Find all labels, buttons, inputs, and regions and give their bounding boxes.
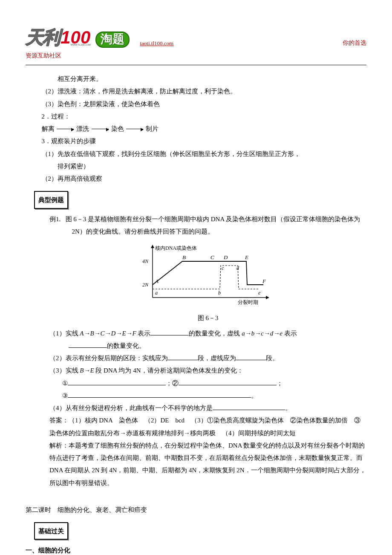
ytick-2n: 2N bbox=[142, 282, 149, 288]
example-number: 例1. bbox=[49, 216, 61, 223]
section-tag-basics: 基础过关 bbox=[34, 522, 68, 540]
text-line: 2．过程： bbox=[26, 110, 366, 123]
arrow-icon bbox=[57, 129, 74, 129]
chart-ylabel: 核内DNA或染色体 bbox=[155, 245, 197, 251]
q-italic: A→B→C→D→E→F bbox=[80, 330, 136, 337]
q-text: 段 DNA 均为 4N，请分析这期间染色体发生的变化： bbox=[94, 367, 243, 374]
q-text: （1）实线 bbox=[49, 330, 80, 337]
svg-marker-3 bbox=[266, 296, 269, 299]
text-line: （3）染色剂：龙胆紫染液，使染色体着色 bbox=[26, 98, 366, 110]
question-1: （1）实线 A→B→C→D→E→F 表示的数量变化，虚线 a→b→c→d→e 表… bbox=[49, 327, 366, 340]
pt-F: F bbox=[262, 278, 266, 284]
example-text: 图 6－3 是某植物细胞有丝分裂一个细胞周期中核内 DNA 及染色体相对数目（假… bbox=[66, 216, 360, 235]
text-line: （2）再用高倍镜观察 bbox=[26, 173, 366, 185]
fill-blank[interactable] bbox=[179, 379, 277, 385]
fill-blank[interactable] bbox=[68, 391, 251, 398]
process-step: 解离 bbox=[42, 125, 55, 132]
process-step: 染色 bbox=[111, 125, 124, 132]
pt-E: E bbox=[245, 254, 248, 260]
question-3-sub: ①；②； bbox=[49, 377, 366, 390]
q-text: （2）表示有丝分裂后期的区段：实线应为 bbox=[49, 355, 168, 361]
header-subtitle: 资源互助社区 bbox=[26, 52, 366, 60]
chart-caption: 图 6－3 bbox=[49, 312, 366, 324]
q-italic: B→E bbox=[80, 367, 94, 374]
fill-blank[interactable] bbox=[168, 353, 198, 360]
svg-marker-1 bbox=[151, 245, 154, 248]
logo: 天利 1 00 WWW.TL100.COM bbox=[26, 26, 90, 49]
q-text: （3）实线 bbox=[49, 367, 80, 374]
question-3-sub2: ③。 bbox=[49, 390, 366, 402]
question-3: （3）实线 B→E 段 DNA 均为 4N，请分析这期间染色体发生的变化： bbox=[49, 364, 366, 377]
section-tag-example: 典型例题 bbox=[34, 191, 68, 208]
header-url[interactable]: taoti.tl100.com bbox=[140, 40, 173, 47]
q-italic: a→b→c→d→e bbox=[242, 330, 282, 337]
text-line: （2）漂洗液：清水，作用是洗去解离液，防止解离过度，利于染色。 bbox=[26, 85, 366, 98]
answer-block: 答案：（1）核内 DNA 染色体 （2）DE bcd （3）①染色质高度螺旋为染… bbox=[49, 414, 366, 439]
page-header: 天利 1 00 WWW.TL100.COM 淘题 taoti.tl100.com… bbox=[26, 26, 366, 49]
arrow-icon bbox=[126, 129, 143, 129]
fill-blank[interactable] bbox=[68, 379, 166, 385]
pt-A: A bbox=[155, 278, 159, 284]
example-stem: 例1. 图 6－3 是某植物细胞有丝分裂一个细胞周期中核内 DNA 及染色体相对… bbox=[49, 213, 366, 238]
q-text: 段。 bbox=[266, 355, 279, 361]
process-step: 制片 bbox=[146, 125, 159, 132]
question-1b: 的数量变化。 bbox=[49, 340, 366, 352]
fill-blank[interactable] bbox=[69, 341, 107, 348]
document-body: 相互分离开来。 （2）漂洗液：清水，作用是洗去解离液，防止解离过度，利于染色。 … bbox=[26, 73, 366, 555]
fill-blank[interactable] bbox=[236, 353, 266, 360]
taoti-badge: 淘题 bbox=[95, 32, 130, 48]
pt-c: c bbox=[222, 265, 224, 271]
question-2: （2）表示有丝分裂后期的区段：实线应为段，虚线应为段。 bbox=[49, 352, 366, 364]
q-text: ③ bbox=[62, 392, 68, 399]
text-line: 排列紧密） bbox=[26, 160, 366, 173]
pt-D: D bbox=[223, 254, 228, 260]
logo-digit-1: 1 bbox=[61, 27, 70, 48]
chart-xlabel: 分裂时期 bbox=[238, 299, 258, 305]
text-line: 相互分离开来。 bbox=[26, 73, 366, 85]
q-text: ；② bbox=[166, 380, 179, 387]
arrow-icon bbox=[92, 129, 109, 129]
q-text: 。 bbox=[251, 392, 257, 399]
chart-svg: 2N 4N 核内DNA或染色体 分裂时期 A B C D E F bbox=[140, 242, 276, 306]
q-text: 。 bbox=[285, 405, 291, 411]
q-text: 的数量变化，虚线 bbox=[189, 330, 242, 337]
explanation-block: 解析：本题考查了细胞有丝分裂的特点，在分裂过程中染色体、DNA 数量变化的特点以… bbox=[49, 439, 366, 489]
pt-a: a bbox=[155, 290, 158, 296]
fill-blank[interactable] bbox=[150, 329, 189, 335]
logo-digit-00: 00 WWW.TL100.COM bbox=[70, 29, 90, 46]
lesson-2-title: 第二课时 细胞的分化、衰老、凋亡和癌变 bbox=[26, 504, 366, 516]
ytick-4n: 4N bbox=[142, 258, 149, 264]
chart-dashed-line bbox=[153, 266, 259, 289]
fill-blank[interactable] bbox=[213, 403, 285, 410]
q-text: 段，虚线应为 bbox=[198, 355, 236, 361]
question-4: （4）从有丝分裂进程分析，此曲线有一个不科学的地方是。 bbox=[49, 402, 366, 414]
chart-figure: 2N 4N 核内DNA或染色体 分裂时期 A B C D E F bbox=[49, 242, 366, 310]
chart-solid-line bbox=[153, 261, 263, 285]
q-text: ① bbox=[62, 380, 68, 387]
q-text: 表示 bbox=[136, 330, 151, 337]
text-line: （1）先放在低倍镜下观察，找到分生区细胞（伸长区细胞呈长方形，分生区细胞呈正方形… bbox=[26, 148, 366, 160]
q-text: ； bbox=[277, 380, 283, 387]
logo-small-url: WWW.TL100.COM bbox=[70, 44, 90, 46]
text-line: 3．观察装片的步骤 bbox=[26, 135, 366, 147]
pt-B: B bbox=[182, 254, 186, 260]
pt-b: b bbox=[218, 290, 221, 296]
pt-e: e bbox=[258, 290, 261, 296]
header-divider bbox=[26, 65, 366, 65]
q-text: 表示 bbox=[282, 330, 297, 337]
process-flow: 解离 漂洗 染色 制片 bbox=[26, 123, 366, 135]
pt-C: C bbox=[210, 254, 214, 260]
logo-chinese: 天利 bbox=[26, 26, 60, 49]
q-text: 的数量变化。 bbox=[107, 342, 145, 349]
q-text: （4）从有丝分裂进程分析，此曲线有一个不科学的地方是 bbox=[49, 405, 213, 411]
process-step: 漂洗 bbox=[76, 125, 89, 132]
example-1: 例1. 图 6－3 是某植物细胞有丝分裂一个细胞周期中核内 DNA 及染色体相对… bbox=[26, 213, 366, 489]
header-tagline: 你的首选 bbox=[343, 39, 366, 47]
pt-d: d bbox=[236, 265, 239, 271]
heading-diff: 一、细胞的分化 bbox=[26, 544, 366, 555]
